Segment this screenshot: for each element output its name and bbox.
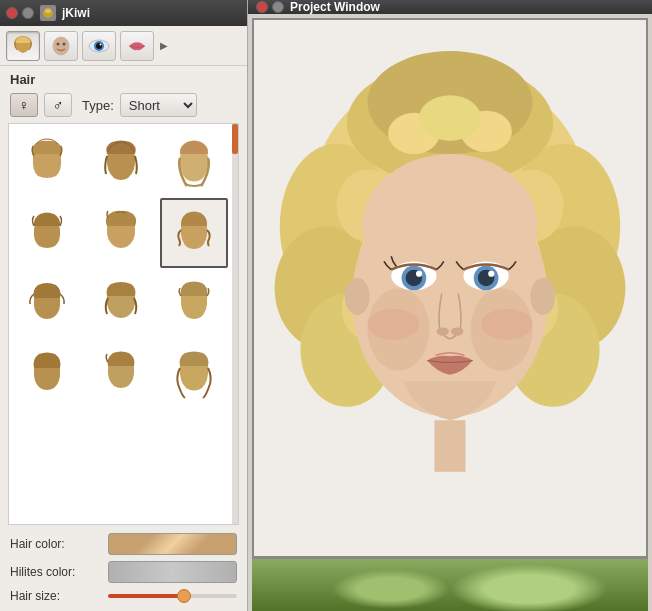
hair-item-6[interactable] <box>160 198 228 268</box>
toolbar: ▶ <box>0 26 247 66</box>
hair-thumb-5 <box>92 204 150 262</box>
svg-point-44 <box>530 278 555 315</box>
hair-item-7[interactable] <box>13 268 81 338</box>
hair-size-label: Hair size: <box>10 589 100 603</box>
hair-size-slider[interactable] <box>108 594 237 598</box>
landscape-strip <box>252 558 648 611</box>
hair-thumb-11 <box>92 344 150 402</box>
highlights-color-label: Hilites color: <box>10 565 100 579</box>
project-title-buttons <box>256 1 284 13</box>
svg-point-43 <box>345 278 370 315</box>
hair-thumb-4 <box>18 204 76 262</box>
minimize-button[interactable] <box>22 7 34 19</box>
hair-thumb-3 <box>165 134 223 192</box>
type-row: ♀ ♂ Type: Short Medium Long Curly Wavy <box>0 91 247 123</box>
project-min-button[interactable] <box>272 1 284 13</box>
gender-female[interactable]: ♀ <box>10 93 38 117</box>
more-tools[interactable]: ▶ <box>158 38 170 53</box>
face-illustration <box>254 20 646 556</box>
hair-thumb-2 <box>92 134 150 192</box>
svg-rect-57 <box>435 420 466 472</box>
size-slider-container <box>108 594 237 598</box>
female-icon: ♀ <box>19 97 30 113</box>
tool-eyes[interactable] <box>82 31 116 61</box>
hair-item-10[interactable] <box>13 338 81 408</box>
hair-size-row: Hair size: <box>10 589 237 603</box>
hair-thumb-6 <box>165 204 223 262</box>
tool-hair[interactable] <box>6 31 40 61</box>
hair-item-1[interactable] <box>13 128 81 198</box>
highlights-color-swatch[interactable] <box>108 561 237 583</box>
hair-item-5[interactable] <box>87 198 155 268</box>
svg-point-6 <box>63 42 66 45</box>
app-title: jKiwi <box>62 6 90 20</box>
hair-thumb-12 <box>165 344 223 402</box>
svg-point-54 <box>488 271 494 277</box>
hair-item-4[interactable] <box>13 198 81 268</box>
hair-thumb-9 <box>165 274 223 332</box>
title-bar-buttons <box>6 7 34 19</box>
svg-point-10 <box>100 43 102 45</box>
project-title: Project Window <box>290 0 380 14</box>
male-icon: ♂ <box>53 97 64 113</box>
svg-point-58 <box>367 309 419 340</box>
hair-item-3[interactable] <box>160 128 228 198</box>
gender-male[interactable]: ♂ <box>44 93 72 117</box>
svg-point-50 <box>416 271 422 277</box>
bottom-controls: Hair color: Hilites color: Hair size: <box>0 525 247 611</box>
type-label: Type: <box>82 98 114 113</box>
scroll-thumb[interactable] <box>232 124 238 154</box>
hair-item-9[interactable] <box>160 268 228 338</box>
tool-face[interactable] <box>44 31 78 61</box>
hair-thumb-8 <box>92 274 150 332</box>
project-title-bar: Project Window <box>248 0 652 14</box>
project-content <box>248 14 652 611</box>
hair-thumb-1 <box>18 134 76 192</box>
hair-thumb-7 <box>18 274 76 332</box>
project-close-button[interactable] <box>256 1 268 13</box>
title-bar: jKiwi <box>0 0 247 26</box>
scrollbar[interactable] <box>232 124 238 524</box>
app-icon <box>40 5 56 21</box>
svg-point-42 <box>362 154 537 298</box>
svg-point-4 <box>53 37 69 55</box>
tool-lips[interactable] <box>120 31 154 61</box>
svg-point-40 <box>419 95 481 140</box>
hair-thumb-10 <box>18 344 76 402</box>
svg-point-55 <box>437 327 449 335</box>
hair-grid <box>9 124 238 412</box>
hair-color-row: Hair color: <box>10 533 237 555</box>
highlights-color-row: Hilites color: <box>10 561 237 583</box>
project-image-area <box>252 18 648 558</box>
hair-item-8[interactable] <box>87 268 155 338</box>
hair-color-label: Hair color: <box>10 537 100 551</box>
hair-item-11[interactable] <box>87 338 155 408</box>
left-panel: jKiwi <box>0 0 248 611</box>
svg-point-59 <box>481 309 533 340</box>
section-label: Hair <box>0 66 247 91</box>
svg-point-56 <box>451 327 463 335</box>
hair-item-2[interactable] <box>87 128 155 198</box>
hair-item-12[interactable] <box>160 338 228 408</box>
hair-color-swatch[interactable] <box>108 533 237 555</box>
close-button[interactable] <box>6 7 18 19</box>
right-panel: Project Window <box>248 0 652 611</box>
svg-point-5 <box>57 42 60 45</box>
svg-point-1 <box>45 9 51 13</box>
type-select[interactable]: Short Medium Long Curly Wavy <box>120 93 197 117</box>
hair-grid-container <box>8 123 239 525</box>
